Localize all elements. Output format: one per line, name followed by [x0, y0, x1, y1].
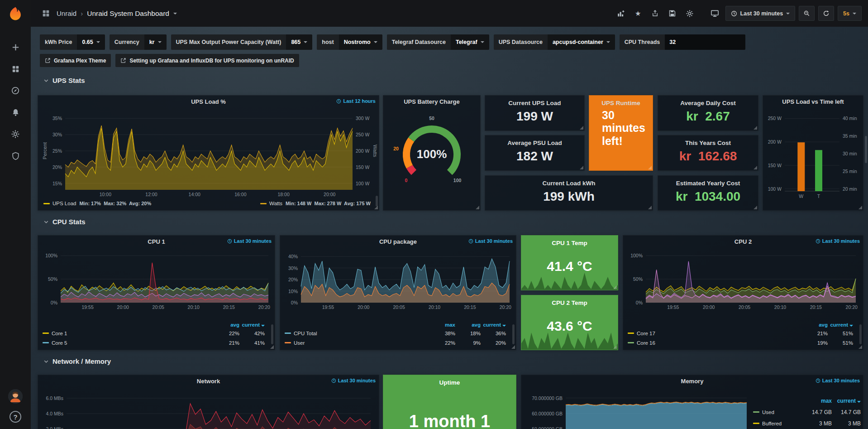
legend-series[interactable]: Core 521%41% [43, 338, 265, 347]
panel-time-range[interactable]: Last 30 minutes [468, 238, 513, 244]
breadcrumb-folder[interactable]: Unraid [57, 10, 76, 17]
panel-title[interactable]: Memory [521, 375, 863, 387]
panel-time-range[interactable]: Last 30 minutes [816, 378, 860, 383]
variable-value[interactable]: 865 [286, 34, 312, 50]
panel-title[interactable]: UPS Battery Charge [383, 96, 480, 108]
settings-gear-icon[interactable] [683, 7, 696, 20]
legend-column-max[interactable]: max [803, 398, 832, 404]
variable-cpu-threads[interactable]: CPU Threads [620, 34, 746, 50]
ups-load-vs-time-chart[interactable]: 100 W150 W200 W250 W20 min25 min30 min35… [765, 108, 862, 201]
share-icon[interactable] [649, 7, 662, 20]
breadcrumb-dashboard-title[interactable]: Unraid System Dashboard [87, 10, 169, 18]
save-icon[interactable] [666, 7, 679, 20]
legend-series[interactable]: WattsMin: 148 W Max: 278 W Avg: 175 W [260, 201, 371, 206]
refresh-button[interactable] [818, 6, 834, 21]
variable-value[interactable]: kr [144, 34, 167, 50]
cpu1-chart[interactable]: 0%50%100%19:5520:0020:0520:1020:1520:20 [41, 248, 273, 322]
variable-label: UPS Max Output Power Capacity (Watt) [171, 34, 286, 50]
legend-series[interactable]: Core 122%42% [43, 328, 265, 338]
variable-currency[interactable]: Currency kr [110, 34, 167, 50]
section-network-memory[interactable]: Network / Memory [43, 357, 111, 365]
legend-series[interactable]: User22%9%20% [285, 338, 506, 347]
dashboard-dropdown-caret-icon[interactable] [173, 13, 177, 14]
time-range-picker[interactable]: Last 30 minutes [725, 6, 795, 21]
legend-scrollbar[interactable] [859, 324, 862, 344]
panel-title[interactable]: UPS Load % [38, 96, 379, 108]
add-panel-icon[interactable] [614, 7, 628, 20]
legend-scrollbar[interactable] [271, 324, 273, 344]
variable-value[interactable]: apcupsd-container [548, 34, 615, 50]
legend-value: 22% [214, 331, 239, 336]
grafana-logo-icon[interactable] [0, 0, 31, 27]
alerting-bell-icon[interactable] [5, 105, 25, 120]
stat-title[interactable]: Current Load kWh [485, 179, 653, 188]
legend-column-avg[interactable]: avg [214, 322, 239, 328]
legend-series[interactable]: Core 1619%51% [628, 338, 853, 347]
panel-title[interactable]: Network [38, 375, 379, 387]
dashboard: kWh Price 0.65 Currency kr UPS Max Outpu… [0, 27, 868, 429]
legend-series[interactable]: UPS LoadMin: 17% Max: 32% Avg: 20% [43, 201, 151, 206]
variable-ups-max-output[interactable]: UPS Max Output Power Capacity (Watt) 865 [171, 34, 313, 50]
cpu-threads-input[interactable] [665, 34, 745, 50]
star-icon[interactable]: ★ [631, 7, 645, 20]
help-icon[interactable]: ? [10, 411, 21, 423]
link-ups-monitoring-guide[interactable]: Setting up Grafana and InfluxDB for UPS … [115, 54, 299, 67]
stat-title[interactable]: UPS Runtime [589, 99, 653, 108]
variable-value[interactable]: Nostromo [339, 34, 382, 50]
refresh-interval-picker[interactable]: 5s [838, 6, 862, 21]
stat-title[interactable]: This Years Cost [658, 139, 758, 148]
stat-title[interactable]: Current UPS Load [485, 99, 584, 108]
legend-series[interactable]: Used14.7 GB14.7 GB [753, 406, 861, 418]
cpu2-chart[interactable]: 0%50%100%19:5520:0020:0520:1020:1520:20 [626, 248, 861, 322]
tv-mode-icon[interactable] [708, 7, 722, 20]
legend-scrollbar[interactable] [376, 196, 378, 207]
create-icon[interactable] [5, 39, 25, 55]
zoom-out-button[interactable] [799, 6, 815, 21]
cpu-package-chart[interactable]: 0%10%20%30%40%19:5520:0020:0520:1020:152… [283, 248, 514, 322]
panel-memory: Memory Last 30 minutes 50.000000 GB60.00… [521, 375, 863, 429]
page-scrollbar[interactable] [865, 136, 867, 163]
legend-series[interactable]: CPU Total38%18%36% [285, 328, 506, 338]
panel-title[interactable]: UPS Load vs Time left [763, 96, 863, 108]
battery-gauge[interactable]: 02050100100% [386, 109, 477, 204]
legend-column-current[interactable]: current [828, 322, 853, 328]
legend-column-current[interactable]: current [481, 322, 506, 328]
stat-title[interactable]: Average Daily Cost [658, 99, 758, 108]
variable-host[interactable]: host Nostromo [317, 34, 382, 50]
legend-column-avg[interactable]: avg [455, 322, 481, 328]
panel-time-range[interactable]: Last 12 hours [336, 98, 376, 104]
legend-color-dash [753, 423, 759, 424]
section-ups-stats[interactable]: UPS Stats [43, 77, 85, 84]
explore-icon[interactable] [5, 83, 25, 98]
stat-title[interactable]: Uptime [383, 378, 516, 387]
configuration-gear-icon[interactable] [5, 126, 25, 142]
legend-series[interactable]: Core 1721%51% [628, 328, 853, 338]
user-avatar[interactable] [8, 389, 23, 404]
dashboards-icon[interactable] [5, 61, 25, 77]
server-admin-shield-icon[interactable] [5, 148, 25, 164]
panel-time-range[interactable]: Last 30 minutes [227, 238, 272, 244]
legend-column-current[interactable]: current [832, 398, 861, 404]
dashboard-grid-icon[interactable] [39, 7, 52, 20]
legend-series[interactable]: Buffered3 MB3 MB [753, 418, 861, 429]
variable-value[interactable]: 0.65 [77, 34, 105, 50]
stat-title[interactable]: CPU 2 Temp [521, 299, 618, 308]
stat-title[interactable]: CPU 1 Temp [521, 239, 618, 248]
legend-column-current[interactable]: current [239, 322, 265, 328]
stat-title[interactable]: Average PSU Load [485, 139, 584, 148]
legend-scrollbar[interactable] [512, 324, 515, 344]
variable-ups-datasource[interactable]: UPS Datasource apcupsd-container [494, 34, 615, 50]
panel-time-range[interactable]: Last 30 minutes [816, 238, 860, 244]
ups-load-chart[interactable]: 15%20%25%30%35%100 W150 W200 W250 W300 W… [42, 108, 376, 199]
variable-value[interactable]: Telegraf [451, 34, 489, 50]
legend-column-max[interactable]: max [430, 322, 455, 328]
variable-telegraf-datasource[interactable]: Telegraf Datasource Telegraf [387, 34, 489, 50]
stat-title[interactable]: Estimated Yearly Cost [658, 179, 758, 188]
network-chart[interactable]: 2.0 MBs4.0 MBs6.0 MBs [41, 388, 377, 429]
variable-kwh-price[interactable]: kWh Price 0.65 [40, 34, 105, 50]
legend-column-avg[interactable]: avg [802, 322, 828, 328]
memory-chart[interactable]: 50.000000 GB60.000000 GB70.000000 GB [524, 388, 750, 429]
section-cpu-stats[interactable]: CPU Stats [43, 218, 86, 226]
link-grafana-plex-theme[interactable]: Grafana Plex Theme [40, 54, 111, 67]
panel-time-range[interactable]: Last 30 minutes [331, 378, 376, 383]
